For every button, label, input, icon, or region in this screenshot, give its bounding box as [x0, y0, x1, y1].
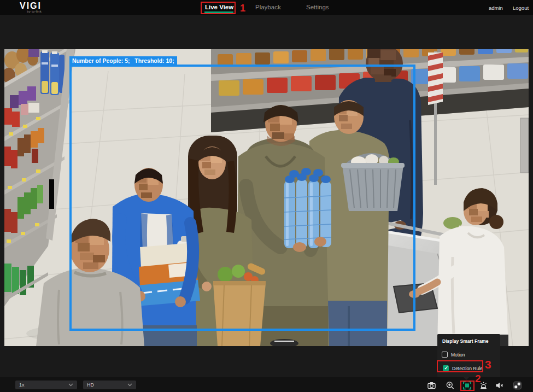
hanging-bags	[40, 50, 65, 95]
annotation-box-smart-frame-button	[460, 381, 475, 391]
digital-zoom-icon[interactable]	[446, 381, 455, 390]
brand-logo: VIGI by tp-link	[20, 2, 42, 13]
live-video-stage: Number of People: 5; Threshold: 10;	[4, 49, 529, 346]
annotation-number-2: 2	[475, 373, 481, 384]
snapshot-icon[interactable]	[427, 381, 436, 390]
detection-rule-frame	[69, 65, 415, 331]
chevron-down-icon	[68, 383, 73, 387]
stream-scale-dropdown[interactable]: 1x	[15, 381, 77, 389]
top-nav: VIGI by tp-link Live View Playback Setti…	[0, 0, 533, 15]
video-artifact	[49, 179, 54, 209]
multi-screen-icon[interactable]	[513, 381, 522, 390]
tab-playback[interactable]: Playback	[255, 4, 281, 10]
username-label: admin	[489, 5, 503, 11]
logout-link[interactable]: Logout	[513, 5, 529, 11]
motion-label: Motion	[451, 352, 465, 358]
motion-option[interactable]: Motion	[442, 352, 465, 358]
annotation-box-live-view	[201, 2, 236, 14]
vigi-live-view-page: { "colors": { "accent_blue": "#1d8ceb", …	[0, 0, 533, 392]
motion-checkbox[interactable]	[442, 352, 448, 358]
people-count-overlay: Number of People: 5; Threshold: 10;	[69, 56, 177, 65]
stream-scale-value: 1x	[19, 382, 25, 388]
annotation-box-detection-rule	[437, 360, 483, 372]
audio-muted-icon[interactable]	[495, 381, 504, 390]
annotation-number-1: 1	[240, 3, 245, 13]
annotation-number-3: 3	[485, 359, 491, 370]
stream-quality-dropdown[interactable]: HD	[83, 381, 136, 389]
bottom-toolbar: 1x HD	[0, 377, 533, 392]
chevron-down-icon	[127, 383, 132, 387]
stream-quality-value: HD	[87, 382, 94, 388]
tab-settings[interactable]: Settings	[306, 4, 329, 10]
popup-title: Display Smart Frame	[442, 338, 489, 344]
brand-name: VIGI	[20, 2, 42, 10]
